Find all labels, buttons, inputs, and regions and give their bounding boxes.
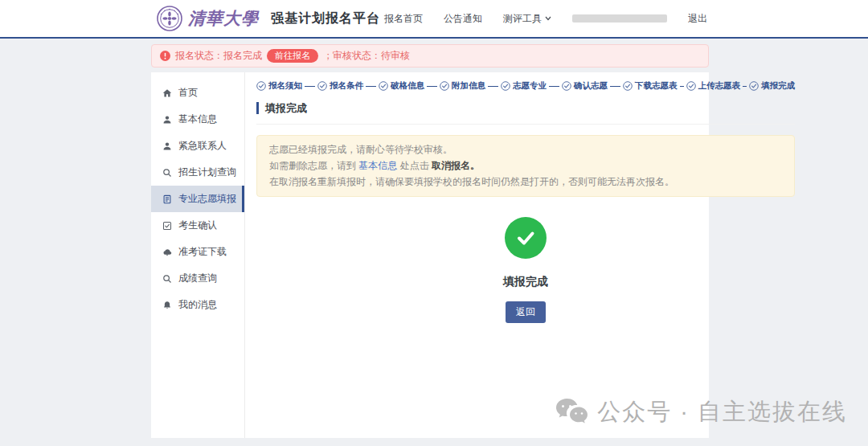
main-content: 报名须知 报名条件 破格信息 附加信息 (245, 72, 806, 438)
top-nav: 报名首页 公告通知 测评工具 退出 (384, 12, 707, 26)
sidebar-item-major-preference[interactable]: 专业志愿填报 (151, 186, 244, 212)
notice-line-2: 如需删除志愿，请到 基本信息 处点击 取消报名。 (269, 158, 782, 174)
nav-register-home[interactable]: 报名首页 (384, 12, 423, 26)
sidebar-item-candidate-confirm[interactable]: 考生确认 (151, 212, 244, 239)
notice-box: 志愿已经填报完成，请耐心等待学校审核。 如需删除志愿，请到 基本信息 处点击 取… (256, 135, 795, 197)
user-icon (162, 114, 173, 125)
step-item: 下载志愿表 (623, 80, 678, 92)
step-item: 附加信息 (440, 80, 485, 92)
success-section: 填报完成 返回 (256, 217, 795, 323)
step-check-icon (256, 81, 266, 91)
sidebar-item-ticket-download[interactable]: 准考证下载 (151, 239, 244, 265)
university-seal-icon (157, 6, 182, 31)
notice-line-1: 志愿已经填报完成，请耐心等待学校审核。 (269, 142, 782, 158)
content-panel: 首页 基本信息 紧急联系人 招生计划查询 专业志愿填报 考生确认 准考证下载 成… (151, 72, 709, 438)
step-item: 报名条件 (317, 80, 363, 92)
user-name-redacted (572, 14, 667, 23)
step-item: 志愿专业 (501, 80, 547, 92)
step-item: 确认志愿 (562, 80, 608, 92)
step-check-icon (749, 81, 759, 91)
basic-info-link[interactable]: 基本信息 (358, 160, 397, 171)
sidebar-item-basic-info[interactable]: 基本信息 (151, 106, 244, 133)
step-check-icon (562, 81, 571, 91)
form-icon (162, 194, 173, 204)
info-icon (160, 51, 170, 61)
go-register-button[interactable]: 前往报名 (267, 49, 318, 63)
sidebar-item-my-messages[interactable]: 我的消息 (151, 292, 244, 318)
step-connector (743, 86, 747, 87)
cancel-registration-text: 取消报名。 (432, 160, 480, 171)
chevron-down-icon (545, 16, 551, 21)
user-icon (162, 141, 173, 151)
page-title: 填报完成 (256, 102, 795, 114)
status-alert: 报名状态：报名完成 前往报名 ；审核状态：待审核 (151, 44, 709, 68)
step-indicator: 报名须知 报名条件 破格信息 附加信息 (256, 80, 795, 92)
university-name: 清華大學 (188, 7, 259, 30)
logo: 清華大學 强基计划报名平台 (157, 6, 380, 31)
step-check-icon (440, 81, 449, 91)
notice-line-3: 在取消报名重新填报时，请确保要填报学校的报名时间仍然是打开的，否则可能无法再次报… (269, 174, 782, 190)
cloud-download-icon (162, 247, 173, 257)
bell-icon (162, 300, 173, 310)
sidebar-item-emergency-contact[interactable]: 紧急联系人 (151, 133, 244, 159)
sidebar-item-plan-query[interactable]: 招生计划查询 (151, 159, 244, 186)
step-item: 填报完成 (749, 80, 795, 92)
step-item: 报名须知 (256, 80, 302, 92)
check-square-icon (162, 220, 173, 231)
step-check-icon (317, 81, 327, 91)
search-icon (162, 273, 173, 284)
platform-title: 强基计划报名平台 (271, 10, 380, 27)
nav-announcements[interactable]: 公告通知 (444, 12, 482, 26)
header-divider (0, 37, 868, 39)
logout-button[interactable]: 退出 (688, 12, 707, 26)
registration-status-text: 报名状态：报名完成 (175, 49, 262, 63)
step-item: 破格信息 (379, 80, 424, 92)
step-connector (488, 86, 498, 87)
sidebar-item-score-query[interactable]: 成绩查询 (151, 265, 244, 292)
nav-eval-tools[interactable]: 测评工具 (503, 12, 551, 26)
step-connector (610, 86, 620, 87)
step-connector (366, 86, 376, 87)
review-status-text: ；审核状态：待审核 (323, 49, 410, 63)
home-icon (162, 88, 173, 98)
step-check-icon (623, 81, 633, 91)
success-check-icon (505, 217, 547, 259)
title-divider (256, 124, 795, 125)
back-button[interactable]: 返回 (506, 301, 546, 323)
search-icon (162, 167, 173, 178)
step-connector (427, 86, 437, 87)
step-check-icon (379, 81, 388, 91)
sidebar-item-home[interactable]: 首页 (151, 80, 244, 106)
step-check-icon (686, 81, 696, 91)
header: 清華大學 强基计划报名平台 报名首页 公告通知 测评工具 退出 (0, 0, 868, 37)
success-title: 填报完成 (256, 275, 795, 289)
step-check-icon (501, 81, 510, 91)
step-item: 上传志愿表 (686, 80, 741, 92)
step-connector (305, 86, 315, 87)
sidebar: 首页 基本信息 紧急联系人 招生计划查询 专业志愿填报 考生确认 准考证下载 成… (151, 72, 245, 438)
step-connector (549, 86, 559, 87)
step-connector (680, 86, 684, 87)
